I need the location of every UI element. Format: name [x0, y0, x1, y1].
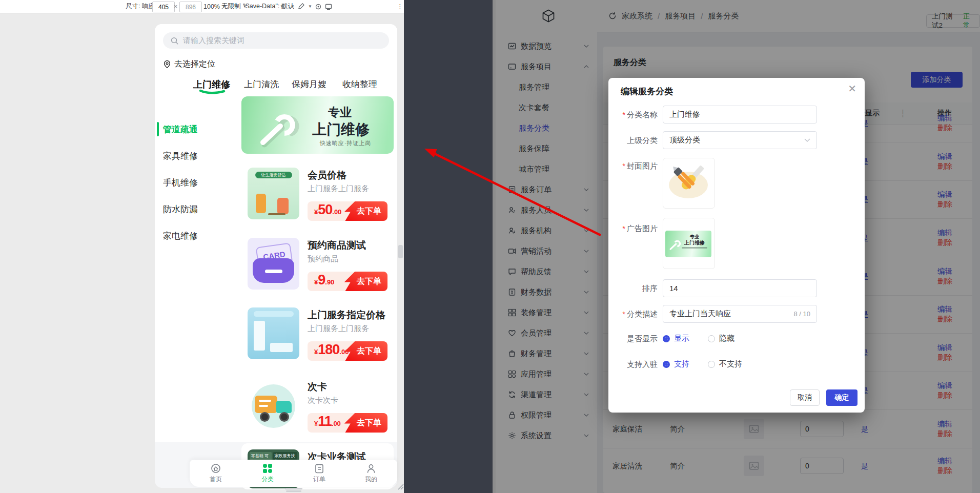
- save-data-dropdown[interactable]: "Save-Data": 默认: [243, 0, 294, 13]
- viewport-height-input[interactable]: [179, 2, 202, 12]
- product-image-badge: 让生活更舒适: [255, 172, 292, 178]
- required-asterisk: *: [622, 224, 625, 233]
- truck-box: [255, 396, 277, 413]
- product-desc: 上门服务上门服务: [308, 324, 369, 334]
- category-item[interactable]: 家具维修: [163, 150, 198, 162]
- product-desc: 上门服务上门服务: [308, 184, 369, 194]
- product-title: 次卡: [308, 380, 327, 394]
- order-now-button[interactable]: 去下单: [343, 413, 387, 433]
- category-item[interactable]: 防水防漏: [163, 203, 198, 215]
- tabbar-mine[interactable]: 我的: [365, 463, 377, 484]
- required-asterisk: *: [622, 110, 625, 119]
- price-row: ¥50.00 去下单: [308, 201, 387, 221]
- chevron-down-icon[interactable]: ▼: [291, 0, 295, 13]
- field-label: 排序: [608, 284, 658, 294]
- field-label: *广告图片: [608, 224, 658, 234]
- chevron-down-icon[interactable]: ▼: [280, 0, 284, 13]
- close-icon[interactable]: ✕: [848, 84, 856, 94]
- order-now-button[interactable]: 去下单: [343, 341, 387, 361]
- viewport-resize-handle-bottom[interactable]: [285, 488, 302, 489]
- product-image: CARD: [248, 238, 299, 290]
- edit-pen-icon[interactable]: [298, 0, 304, 13]
- choose-location-link[interactable]: 去选择定位: [163, 59, 215, 70]
- radio-checked[interactable]: [663, 335, 670, 342]
- product-card[interactable]: 上门服务指定价格 上门服务上门服务 ¥180.00 去下单: [241, 301, 394, 366]
- confirm-button[interactable]: 确定: [826, 389, 858, 406]
- radio-unchecked[interactable]: [708, 335, 715, 342]
- radio-label-nosupport[interactable]: 不支持: [719, 359, 742, 369]
- radio-label-show[interactable]: 显示: [674, 334, 689, 343]
- radio-label-hide[interactable]: 隐藏: [719, 334, 734, 343]
- product-card[interactable]: 次卡 次卡次卡 ¥11.00 去下单: [241, 373, 394, 438]
- tab-home-cleaning[interactable]: 上门清洗: [244, 78, 279, 90]
- field-label: 支持入驻: [608, 360, 658, 369]
- category-item[interactable]: 手机维修: [163, 177, 198, 189]
- edit-category-modal: 编辑服务分类 ✕ *分类名称 上门维修 上级分类 顶级分类 *封面图片: [608, 78, 865, 413]
- location-label: 去选择定位: [174, 59, 215, 70]
- active-category-bar: [157, 122, 159, 136]
- person-icon: [365, 463, 377, 474]
- price-row: ¥11.00 去下单: [308, 413, 387, 433]
- product-price: ¥11.00: [314, 414, 341, 429]
- radio-checked[interactable]: [663, 361, 670, 368]
- cancel-button[interactable]: 取消: [790, 389, 820, 406]
- truck-wheel: [260, 412, 270, 422]
- figure-shape: [277, 198, 289, 214]
- banner-title-line2: 上门维修: [292, 120, 390, 139]
- viewport-width-input[interactable]: [152, 2, 175, 12]
- device-frame-icon[interactable]: [325, 0, 332, 13]
- viewport-resize-corner[interactable]: [397, 483, 404, 490]
- mobile-tabbar: 首页 分类 订单 我的: [190, 460, 397, 487]
- chevron-down-icon[interactable]: ▼: [308, 0, 312, 13]
- ad-image-thumbnail[interactable]: 专业 上门维修: [663, 218, 715, 269]
- tab-organizing[interactable]: 收纳整理: [342, 78, 377, 90]
- product-card[interactable]: CARD 预约商品测试 预约商品 ¥9.90 去下单: [241, 232, 394, 296]
- product-price: ¥9.90: [314, 272, 334, 288]
- device-size-label: 尺寸: 响应: [126, 2, 155, 11]
- category-ad-banner[interactable]: 专业 上门维修 快速响应·持证上岗: [241, 96, 394, 154]
- table-graphic: [270, 343, 293, 352]
- parent-category-select[interactable]: 顶级分类: [663, 131, 817, 149]
- product-card[interactable]: 让生活更舒适 会员价格 上门服务上门服务 ¥50.00 去下单: [241, 161, 394, 226]
- category-item[interactable]: 家电维修: [163, 230, 198, 242]
- field-label: 是否显示: [608, 334, 658, 344]
- tabbar-home[interactable]: 首页: [210, 463, 222, 484]
- tab-nanny[interactable]: 保姆月嫂: [292, 78, 326, 90]
- show-radio-group: 显示 隐藏: [663, 334, 734, 343]
- times-separator: ×: [174, 0, 177, 13]
- radio-unchecked[interactable]: [708, 361, 715, 368]
- location-pin-icon: [163, 60, 171, 69]
- home-icon: [210, 463, 221, 474]
- join-radio-group: 支持 不支持: [663, 359, 742, 369]
- modal-title: 编辑服务分类: [621, 86, 673, 97]
- kebab-menu-icon[interactable]: ⋮: [397, 0, 403, 13]
- cover-image-thumbnail[interactable]: [663, 158, 715, 209]
- viewport-resize-handle-right[interactable]: [398, 245, 403, 258]
- category-sidebar: 管道疏通 家具维修 手机维修 防水防漏 家电维修: [155, 95, 237, 442]
- char-counter: 8 / 10: [793, 310, 810, 318]
- product-image: 让生活更舒适: [248, 168, 299, 219]
- category-item[interactable]: 管道疏通: [163, 124, 198, 135]
- tabbar-orders[interactable]: 订单: [313, 463, 325, 484]
- tabbar-category[interactable]: 分类: [261, 463, 274, 484]
- product-title: 预约商品测试: [308, 239, 366, 252]
- price-row: ¥180.00 去下单: [308, 341, 387, 361]
- sort-order-input[interactable]: 14: [663, 279, 817, 297]
- order-now-button[interactable]: 去下单: [343, 201, 387, 221]
- radio-label-support[interactable]: 支持: [674, 359, 689, 369]
- chevron-down-icon: [804, 138, 810, 142]
- pouch-smile: [265, 270, 282, 273]
- search-input[interactable]: 请输入搜索关键词: [163, 32, 389, 49]
- tabbar-label: 我的: [365, 475, 377, 484]
- figure-shape: [256, 194, 266, 213]
- tabbar-label: 首页: [210, 475, 222, 484]
- inspect-target-icon[interactable]: [315, 0, 322, 13]
- order-now-button[interactable]: 去下单: [343, 272, 387, 291]
- mobile-page: 请输入搜索关键词 去选择定位 上门维修 上门清洗 保姆月嫂 收纳整理 管道疏通 …: [155, 24, 397, 442]
- field-label: 上级分类: [608, 136, 658, 146]
- required-asterisk: *: [622, 161, 625, 170]
- category-name-input[interactable]: 上门维修: [663, 106, 817, 124]
- category-desc-input[interactable]: 专业上门当天响应 8 / 10: [663, 305, 817, 323]
- viewport-resize-handle-bottom[interactable]: [286, 490, 301, 492]
- field-label: *封面图片: [608, 161, 658, 171]
